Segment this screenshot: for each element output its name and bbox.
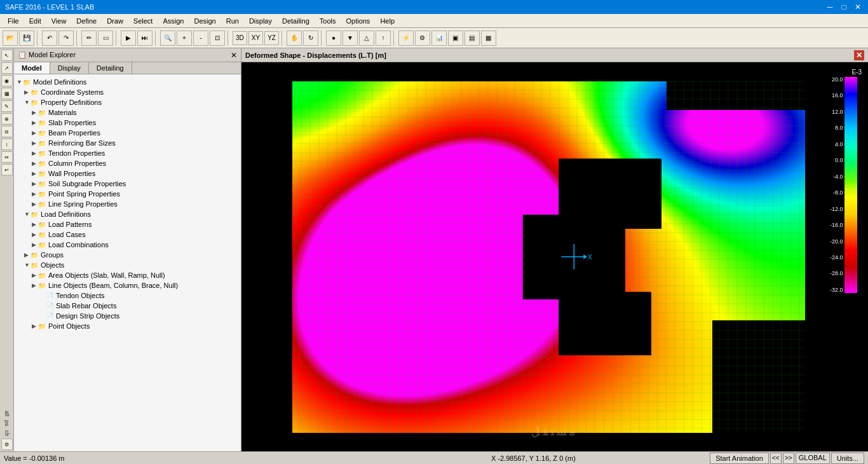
toolbar-zoom-window[interactable]: 🔍 xyxy=(160,31,175,46)
toolbar-play[interactable]: ▶ xyxy=(121,31,136,46)
tree-item-16[interactable]: ▶📁Load Combinations xyxy=(14,240,241,250)
toolbar-chart[interactable]: 📊 xyxy=(431,31,447,46)
menu-edit[interactable]: Edit xyxy=(24,16,46,26)
viewport-close-btn[interactable]: ✕ xyxy=(854,50,864,60)
label-all[interactable]: all xyxy=(3,409,11,418)
toolbar-redo[interactable]: ↷ xyxy=(58,31,74,46)
tree-item-11[interactable]: ▶📁Point Spring Properties xyxy=(14,189,241,199)
units-btn[interactable]: Units... xyxy=(831,453,864,464)
left-settings[interactable]: ⚙ xyxy=(1,439,13,450)
menu-design[interactable]: Design xyxy=(189,16,220,26)
left-zoom-in[interactable]: ⊕ xyxy=(1,113,13,125)
expand-icon-1: ▶ xyxy=(24,89,31,95)
tree-item-8[interactable]: ▶📁Column Properties xyxy=(14,158,241,168)
menu-options[interactable]: Options xyxy=(341,16,375,26)
tree-item-15[interactable]: ▶📁Load Cases xyxy=(14,229,241,240)
tree-item-17[interactable]: ▶📁Groups xyxy=(14,250,241,260)
tree-item-18[interactable]: ▼📁Objects xyxy=(14,260,241,270)
toolbar-undo[interactable]: ↶ xyxy=(42,31,57,46)
tree-item-20[interactable]: ▶📁Line Objects (Beam, Column, Brace, Nul… xyxy=(14,280,241,290)
toolbar-rect[interactable]: ▭ xyxy=(98,31,113,46)
toolbar-pan[interactable]: ✋ xyxy=(287,31,302,46)
toolbar-skip[interactable]: ⏭ xyxy=(137,31,153,46)
titlebar: SAFE 2016 - LEVEL 1 SLAB ─ □ ✕ xyxy=(0,0,868,14)
tree-item-22[interactable]: 📄Slab Rebar Objects xyxy=(14,301,241,311)
toolbar-grid2[interactable]: ▤ xyxy=(465,31,480,46)
tree-item-9[interactable]: ▶📁Wall Properties xyxy=(14,168,241,179)
minimize-btn[interactable]: ─ xyxy=(825,3,835,11)
label-ps[interactable]: ps xyxy=(3,419,11,428)
left-zoom-out[interactable]: ⊖ xyxy=(1,126,13,137)
tree-item-12[interactable]: ▶📁Line Spring Properties xyxy=(14,199,241,209)
toolbar-yz[interactable]: YZ xyxy=(264,31,279,45)
tree-item-1[interactable]: ▶📁Coordinate Systems xyxy=(14,87,241,97)
tree-item-21[interactable]: 📄Tendon Objects xyxy=(14,290,241,301)
left-resize-v[interactable]: ↕ xyxy=(1,139,13,150)
nav-next-btn[interactable]: >> xyxy=(783,453,794,464)
menu-select[interactable]: Select xyxy=(128,16,158,26)
nav-prev-btn[interactable]: << xyxy=(770,453,782,464)
menu-draw[interactable]: Draw xyxy=(102,16,128,26)
view-dropdown[interactable]: GLOBAL xyxy=(796,453,830,464)
toolbar-3d[interactable]: 3D xyxy=(233,31,247,45)
left-pencil[interactable]: ✎ xyxy=(1,100,13,112)
toolbar-rotate[interactable]: ↻ xyxy=(303,31,318,46)
left-pointer[interactable]: ↗ xyxy=(1,62,13,74)
tab-detailing[interactable]: Detailing xyxy=(89,62,132,74)
menu-file[interactable]: File xyxy=(3,16,24,26)
toolbar-xy[interactable]: XY xyxy=(248,31,263,45)
explorer-close-btn[interactable]: ✕ xyxy=(231,51,237,60)
tree-item-7[interactable]: ▶📁Tendon Properties xyxy=(14,148,241,158)
left-select[interactable]: ↖ xyxy=(1,50,13,61)
left-undo[interactable]: ↩ xyxy=(1,164,13,175)
tree-item-19[interactable]: ▶📁Area Objects (Slab, Wall, Ramp, Null) xyxy=(14,270,241,280)
tree-item-6[interactable]: ▶📁Reinforcing Bar Sizes xyxy=(14,138,241,148)
menu-view[interactable]: View xyxy=(46,16,72,26)
toolbar-pencil[interactable]: ✏ xyxy=(81,31,97,46)
menu-tools[interactable]: Tools xyxy=(315,16,341,26)
left-circle[interactable]: ◉ xyxy=(1,75,13,86)
tree-node-icon-12: 📁 xyxy=(38,201,47,208)
left-resize-h[interactable]: ⇔ xyxy=(1,151,13,163)
tree-item-23[interactable]: 📄Design Strip Objects xyxy=(14,311,241,321)
toolbar-fill[interactable]: ▼ xyxy=(342,31,358,46)
tab-display[interactable]: Display xyxy=(50,62,89,74)
toolbar-gear[interactable]: ⚙ xyxy=(415,31,430,46)
close-btn[interactable]: ✕ xyxy=(853,3,863,11)
menu-detailing[interactable]: Detailing xyxy=(277,16,315,26)
toolbar-triangle[interactable]: △ xyxy=(359,31,374,46)
toolbar-grid3[interactable]: ▦ xyxy=(481,31,496,46)
left-grid[interactable]: ▦ xyxy=(1,88,13,99)
tree-item-5[interactable]: ▶📁Beam Properties xyxy=(14,128,241,138)
toolbar-lightning[interactable]: ⚡ xyxy=(398,31,414,46)
viewport[interactable]: E-3 20.0 16.0 12.0 8.0 4.0 0.0 -4.0 -8.0… xyxy=(241,62,868,451)
tree-item-2[interactable]: ▼📁Property Definitions xyxy=(14,97,241,107)
maximize-btn[interactable]: □ xyxy=(839,3,849,11)
toolbar-save[interactable]: 💾 xyxy=(19,31,34,46)
start-animation-btn[interactable]: Start Animation xyxy=(710,453,769,464)
label-clr[interactable]: clr xyxy=(3,429,11,438)
tree-item-24[interactable]: ▶📁Point Objects xyxy=(14,321,241,331)
tree-item-0[interactable]: ▼📁Model Definitions xyxy=(14,77,241,87)
toolbar-zoom-out[interactable]: - xyxy=(193,31,208,46)
tree-item-14[interactable]: ▶📁Load Patterns xyxy=(14,219,241,229)
toolbar-zoom-in[interactable]: + xyxy=(177,31,192,46)
menu-define[interactable]: Define xyxy=(71,16,102,26)
menu-run[interactable]: Run xyxy=(221,16,244,26)
tree-label-22: Slab Rebar Objects xyxy=(56,302,116,310)
menu-help[interactable]: Help xyxy=(375,16,400,26)
tree-item-4[interactable]: ▶📁Slab Properties xyxy=(14,118,241,128)
scale-val-2: 12.0 xyxy=(830,109,843,115)
toolbar-circle[interactable]: ● xyxy=(326,31,341,46)
toolbar-zoom-fit[interactable]: ⊡ xyxy=(210,31,225,46)
toolbar-open[interactable]: 📂 xyxy=(3,31,18,46)
tree-label-18: Objects xyxy=(41,261,64,269)
toolbar-arrow[interactable]: ↑ xyxy=(376,31,391,46)
menu-assign[interactable]: Assign xyxy=(158,16,189,26)
tree-item-3[interactable]: ▶📁Materials xyxy=(14,107,241,118)
tree-item-13[interactable]: ▼📁Load Definitions xyxy=(14,209,241,219)
toolbar-grid1[interactable]: ▣ xyxy=(448,31,463,46)
menu-display[interactable]: Display xyxy=(244,16,277,26)
tab-model[interactable]: Model xyxy=(14,62,50,74)
tree-item-10[interactable]: ▶📁Soil Subgrade Properties xyxy=(14,179,241,189)
